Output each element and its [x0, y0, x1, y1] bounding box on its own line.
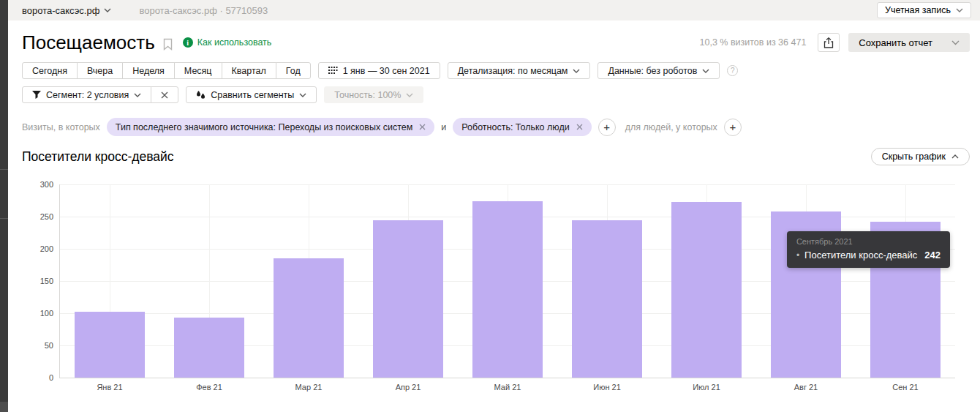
visitors-chart: 050100150200250300Янв 21Фев 21Мар 21Апр …: [22, 179, 970, 399]
accuracy-select[interactable]: Точность: 100%: [324, 86, 423, 103]
x-axis-tick: Мар 21: [295, 383, 323, 392]
counter-label: ворота-саксэс.рф · 57710593: [139, 5, 268, 16]
info-icon: i: [183, 37, 193, 48]
site-switcher[interactable]: ворота-саксэс.рф: [22, 5, 111, 16]
period-button-year[interactable]: Год: [276, 62, 311, 79]
date-range-label: 1 янв — 30 сен 2021: [343, 66, 430, 76]
period-button-month[interactable]: Месяц: [174, 62, 222, 79]
add-visit-condition-button[interactable]: +: [598, 119, 616, 136]
account-button[interactable]: Учетная запись: [877, 2, 971, 18]
series-bullet-icon: •: [796, 250, 799, 261]
period-button-today[interactable]: Сегодня: [22, 62, 78, 79]
hide-chart-button[interactable]: Скрыть график: [871, 148, 970, 165]
topbar: ворота-саксэс.рф ворота-саксэс.рф · 5771…: [8, 0, 980, 20]
period-button-quarter[interactable]: Квартал: [222, 62, 276, 79]
share-icon: [823, 37, 834, 48]
x-axis-tick: Май 21: [494, 383, 521, 392]
filter-chip-source[interactable]: Тип последнего значимого источника: Пере…: [107, 118, 434, 136]
x-axis-tick: Июл 21: [693, 383, 720, 392]
chart-section-title: Посетители кросс-девайс: [22, 149, 174, 165]
drops-icon: [196, 91, 206, 100]
question-icon[interactable]: ?: [727, 65, 738, 76]
add-people-condition-button[interactable]: +: [724, 119, 742, 136]
toolbar-periods: Сегодня Вчера Неделя Месяц Квартал Год 1…: [22, 62, 738, 79]
chevron-down-icon: [956, 8, 963, 12]
bar-Мар 21[interactable]: [274, 258, 344, 378]
rail-footer: [0, 402, 8, 412]
rail-divider: [0, 218, 8, 219]
y-axis-tick: 200: [40, 244, 53, 253]
calendar-icon: [328, 67, 338, 75]
x-axis-tick: Янв 21: [97, 383, 122, 392]
chevron-down-icon: [573, 69, 580, 73]
compare-segments-button[interactable]: Сравнить сегменты: [186, 86, 317, 103]
chevron-down-icon: [104, 8, 111, 12]
help-link[interactable]: Как использовать: [197, 37, 272, 48]
y-axis-tick: 300: [40, 180, 53, 189]
x-axis-tick: Апр 21: [396, 383, 421, 392]
tooltip-series: Посетители кросс-девайс: [804, 250, 917, 261]
y-axis-tick: 150: [40, 277, 53, 285]
filter-conditions: Визиты, в которых Тип последнего значимо…: [22, 118, 970, 136]
bar-Июн 21[interactable]: [572, 220, 643, 378]
and-label: и: [441, 122, 446, 132]
filter-chip-robots-label: Роботность: Только люди: [461, 122, 569, 132]
bar-Июл 21[interactable]: [671, 202, 742, 378]
y-axis-tick: 250: [40, 212, 53, 221]
detail-select[interactable]: Детализация: по месяцам: [448, 62, 591, 79]
account-button-label: Учетная запись: [885, 5, 951, 15]
data-mode-label: Данные: без роботов: [608, 66, 697, 76]
close-icon[interactable]: [576, 124, 583, 130]
report-header: Посещаемость i Как использовать 10,3 % в…: [22, 29, 970, 56]
y-axis-tick: 50: [45, 341, 53, 350]
page-title: Посещаемость: [22, 31, 155, 54]
tooltip-period: Сентябрь 2021: [796, 237, 941, 246]
data-mode-select[interactable]: Данные: без роботов: [598, 62, 720, 79]
people-label: для людей, у которых: [625, 122, 717, 132]
segment-button[interactable]: Сегмент: 2 условия: [22, 86, 151, 103]
save-report-button[interactable]: Сохранить отчет: [848, 33, 970, 52]
close-icon[interactable]: [419, 124, 426, 130]
chart-tooltip: Сентябрь 2021 • Посетители кросс-девайс …: [787, 231, 950, 268]
toolbar-segments: Сегмент: 2 условия Сравнить сегменты Точ…: [22, 86, 423, 103]
hide-chart-label: Скрыть график: [882, 151, 946, 162]
bar-Фев 21[interactable]: [174, 318, 245, 378]
x-axis-tick: Июн 21: [593, 383, 621, 392]
segment-group: Сегмент: 2 условия: [22, 86, 178, 103]
accuracy-label: Точность: 100%: [334, 90, 401, 100]
bar-Май 21[interactable]: [472, 201, 543, 378]
chevron-down-icon: [702, 69, 709, 73]
bar-Янв 21[interactable]: [75, 312, 146, 378]
bookmark-icon[interactable]: [163, 38, 173, 50]
site-name: ворота-саксэс.рф: [22, 5, 99, 16]
chevron-down-icon: [299, 93, 306, 97]
filter-chip-robots[interactable]: Роботность: Только люди: [453, 118, 591, 136]
segment-clear-button[interactable]: [151, 86, 178, 103]
date-range-button[interactable]: 1 янв — 30 сен 2021: [318, 62, 440, 79]
y-axis-tick: 0: [49, 373, 53, 382]
segment-label: Сегмент: 2 условия: [46, 90, 129, 100]
y-axis-tick: 100: [40, 309, 53, 318]
chevron-down-icon: [134, 93, 141, 97]
left-rail: [0, 0, 8, 412]
save-report-label: Сохранить отчет: [859, 37, 932, 48]
chevron-down-icon: [951, 40, 960, 45]
filter-chip-source-label: Тип последнего значимого источника: Пере…: [116, 122, 412, 132]
tooltip-value: 242: [924, 250, 941, 261]
x-axis-tick: Фев 21: [196, 383, 222, 392]
visits-label: Визиты, в которых: [22, 122, 100, 132]
bar-Апр 21[interactable]: [373, 220, 444, 378]
chart-plot: 050100150200250300Янв 21Фев 21Мар 21Апр …: [59, 184, 955, 378]
period-button-yesterday[interactable]: Вчера: [77, 62, 123, 79]
detail-label: Детализация: по месяцам: [458, 66, 568, 76]
tooltip-row: • Посетители кросс-девайс 242: [796, 250, 941, 261]
chevron-up-icon: [951, 154, 959, 159]
chevron-down-icon: [406, 93, 413, 97]
period-button-week[interactable]: Неделя: [122, 62, 175, 79]
export-button[interactable]: [818, 33, 840, 52]
period-group: Сегодня Вчера Неделя Месяц Квартал Год: [22, 62, 311, 79]
chart-section-header: Посетители кросс-девайс Скрыть график: [22, 148, 970, 165]
rail-divider: [0, 169, 8, 170]
compare-label: Сравнить сегменты: [211, 90, 294, 100]
x-axis-tick: Сен 21: [892, 383, 918, 392]
